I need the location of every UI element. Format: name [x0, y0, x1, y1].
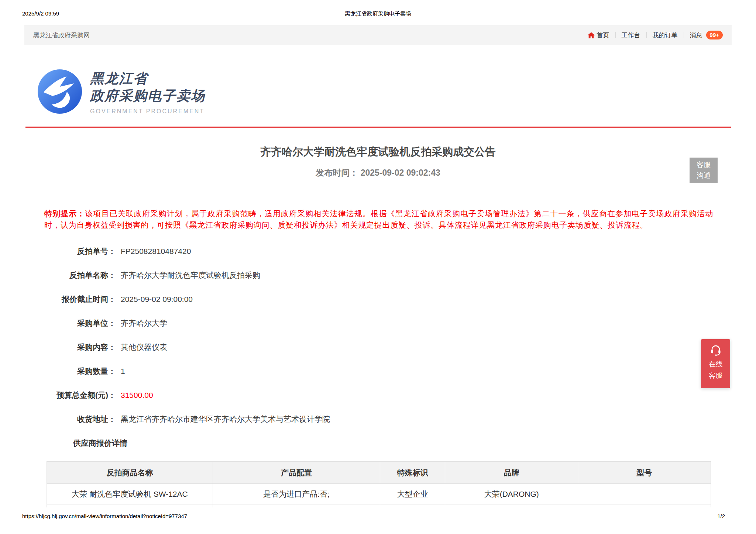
special-alert: 特别提示：该项目已关联政府采购计划，属于政府采购范畴，适用政府采购相关法律法规。…: [44, 208, 713, 231]
special-alert-text: 该项目已关联政府采购计划，属于政府采购范畴，适用政府采购相关法律法规。根据《黑龙…: [44, 209, 713, 229]
field-quote-deadline: 报价截止时间： 2025-09-02 09:00:00: [0, 287, 756, 311]
nav-item-label: 工作台: [622, 31, 640, 39]
logo-text: 黑龙江省 政府采购电子卖场 GOVERNMENT PROCUREMENT: [90, 69, 205, 115]
print-page-number: 1/2: [717, 513, 725, 519]
field-value: FP25082810487420: [116, 247, 191, 256]
field-budget-total: 预算总金额(元)： 31500.00: [0, 383, 756, 407]
headset-icon: [709, 344, 722, 356]
online-service-button[interactable]: 在线 客服: [701, 339, 730, 388]
logo-line2: 政府采购电子卖场: [90, 87, 205, 105]
field-label: 采购单位：: [0, 318, 116, 328]
announcement-title: 齐齐哈尔大学耐洗色牢度试验机反拍采购成交公告: [0, 145, 756, 159]
field-value-budget: 31500.00: [116, 391, 153, 400]
field-delivery-address: 收货地址： 黑龙江省齐齐哈尔市建华区齐齐哈尔大学美术与艺术设计学院: [0, 407, 756, 431]
col-header-brand: 品牌: [445, 462, 578, 484]
cell-special-mark: 大型企业: [380, 484, 445, 504]
nav-separator: [684, 32, 684, 38]
online-service-line2: 客服: [709, 370, 723, 381]
field-value: 黑龙江省齐齐哈尔市建华区齐齐哈尔大学美术与艺术设计学院: [116, 414, 330, 424]
field-quantity: 采购数量： 1: [0, 359, 756, 383]
service-chat-button[interactable]: 客服 沟通: [690, 158, 718, 183]
nav-item-workbench[interactable]: 工作台: [622, 31, 640, 39]
message-count-badge[interactable]: 99+: [706, 31, 723, 39]
cell-brand: 大荣(DARONG): [445, 484, 578, 504]
field-value: 其他仪器仪表: [116, 342, 167, 352]
field-label: 反拍单名称：: [0, 270, 116, 280]
nav-item-home[interactable]: 首页: [587, 31, 609, 39]
quote-table: 反拍商品名称 产品配置 特殊标识 品牌 型号 大荣 耐洗色牢度试验机 SW-12…: [47, 461, 711, 507]
nav-item-label: 消息: [690, 31, 702, 39]
logo-eagle-icon: [37, 69, 83, 114]
field-label: 采购数量：: [0, 366, 116, 376]
home-icon: [587, 31, 595, 39]
nav-item-label: 首页: [597, 31, 609, 39]
field-value: 齐齐哈尔大学耐洗色牢度试验机反拍采购: [116, 270, 260, 280]
table-row-partial: [47, 504, 711, 507]
nav-separator: [646, 32, 647, 38]
publish-time-value: 2025-09-02 09:02:43: [361, 168, 440, 178]
print-url: https://hljcg.hlj.gov.cn/mall-view/infor…: [22, 513, 187, 519]
cell-product-config: 是否为进口产品:否;: [213, 484, 380, 504]
nav-item-my-orders[interactable]: 我的订单: [653, 31, 678, 39]
field-label: 报价截止时间：: [0, 294, 116, 304]
cell-product-name: 大荣 耐洗色牢度试验机 SW-12AC: [47, 484, 213, 504]
field-label: 预算总金额(元)：: [0, 390, 116, 400]
field-label: 反拍单号：: [0, 246, 116, 256]
publish-time-line: 发布时间： 2025-09-02 09:02:43: [0, 167, 756, 179]
publish-time-label: 发布时间：: [316, 168, 358, 178]
site-name-link[interactable]: 黑龙江省政府采购网: [33, 31, 90, 39]
print-doc-title: 黑龙江省政府采购电子卖场: [0, 10, 756, 17]
nav-separator: [615, 32, 616, 38]
top-navbar: 黑龙江省政府采购网 首页 工作台 我的订单 消息 99+: [24, 25, 732, 45]
field-auction-no: 反拍单号： FP25082810487420: [0, 239, 756, 263]
field-purchase-content: 采购内容： 其他仪器仪表: [0, 335, 756, 359]
col-header-product-name: 反拍商品名称: [47, 462, 213, 484]
detail-form: 反拍单号： FP25082810487420 反拍单名称： 齐齐哈尔大学耐洗色牢…: [0, 239, 756, 455]
col-header-product-config: 产品配置: [213, 462, 380, 484]
online-service-line1: 在线: [709, 358, 723, 370]
special-alert-label: 特别提示：: [44, 209, 85, 218]
table-row: 大荣 耐洗色牢度试验机 SW-12AC 是否为进口产品:否; 大型企业 大荣(D…: [47, 484, 711, 504]
navbar-right: 首页 工作台 我的订单 消息 99+: [587, 31, 723, 39]
print-page: 2025/9/2 09:59 黑龙江省政府采购电子卖场 黑龙江省政府采购网 首页…: [0, 0, 756, 534]
field-label: 采购内容：: [0, 342, 116, 352]
table-header-row: 反拍商品名称 产品配置 特殊标识 品牌 型号: [47, 462, 711, 484]
field-value: 2025-09-02 09:00:00: [116, 295, 193, 304]
field-auction-name: 反拍单名称： 齐齐哈尔大学耐洗色牢度试验机反拍采购: [0, 263, 756, 287]
red-divider: [25, 127, 731, 128]
field-label: 收货地址：: [0, 414, 116, 424]
field-value: 1: [116, 367, 125, 376]
field-value: 齐齐哈尔大学: [116, 318, 167, 328]
logo-line3: GOVERNMENT PROCUREMENT: [90, 108, 205, 115]
cell-model: [578, 484, 711, 504]
service-chat-line2: 沟通: [690, 170, 718, 181]
supplier-quote-section-header: 供应商报价详情: [0, 431, 756, 455]
nav-item-label: 我的订单: [653, 31, 678, 39]
col-header-special-mark: 特殊标识: [380, 462, 445, 484]
nav-item-messages[interactable]: 消息: [690, 31, 702, 39]
field-purchaser: 采购单位： 齐齐哈尔大学: [0, 311, 756, 335]
service-chat-line1: 客服: [690, 159, 718, 170]
logo-line1: 黑龙江省: [90, 70, 205, 87]
site-logo: 黑龙江省 政府采购电子卖场 GOVERNMENT PROCUREMENT: [37, 69, 205, 115]
col-header-model: 型号: [578, 462, 711, 484]
